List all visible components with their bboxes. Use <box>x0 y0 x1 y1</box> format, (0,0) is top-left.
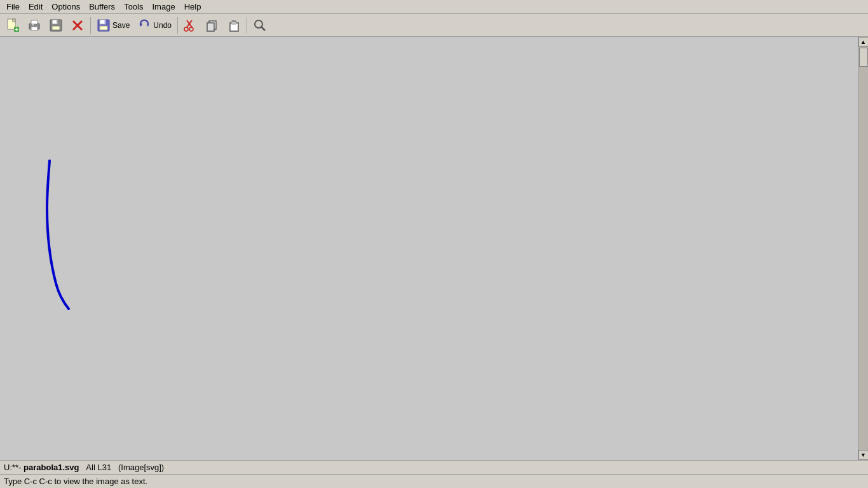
print-icon <box>27 18 41 32</box>
canvas-container <box>0 37 858 460</box>
paste-button[interactable] <box>224 16 244 35</box>
svg-rect-18 <box>104 20 105 24</box>
statusbar: U:**- parabola1.svg All L31 (Image[svg]) <box>0 460 868 474</box>
undo-icon <box>137 18 151 32</box>
canvas-svg <box>0 37 858 460</box>
svg-rect-7 <box>31 27 37 30</box>
close-icon <box>71 18 85 32</box>
save-button[interactable]: Save <box>93 16 133 35</box>
new-button[interactable]: + <box>3 16 23 35</box>
menubar: File Edit Options Buffers Tools Image He… <box>0 0 868 14</box>
svg-text:+: + <box>15 26 18 32</box>
svg-line-30 <box>261 27 265 30</box>
cut-icon <box>184 18 198 32</box>
copy-icon <box>205 18 219 32</box>
separator-2 <box>177 17 178 34</box>
close-button[interactable] <box>67 16 88 35</box>
svg-rect-28 <box>232 20 236 22</box>
print-button[interactable] <box>24 16 44 35</box>
menu-buffers[interactable]: Buffers <box>85 1 119 13</box>
scroll-down-button[interactable]: ▼ <box>858 450 869 460</box>
new-icon: + <box>6 18 20 32</box>
save-icon <box>97 18 111 32</box>
menu-edit[interactable]: Edit <box>25 1 46 13</box>
undo-button[interactable]: Undo <box>134 16 175 35</box>
svg-point-23 <box>189 27 193 31</box>
menu-file[interactable]: File <box>3 1 24 13</box>
drawn-stroke <box>47 161 69 309</box>
svg-rect-6 <box>31 20 37 24</box>
paste-icon <box>227 18 241 32</box>
status-filename: parabola1.svg <box>24 463 79 472</box>
svg-rect-17 <box>100 26 107 30</box>
svg-rect-11 <box>52 26 60 30</box>
status-mode-label: (Image[svg]) <box>118 463 164 472</box>
save-file-button[interactable] <box>46 16 66 35</box>
separator-1 <box>90 17 91 34</box>
svg-point-22 <box>184 27 188 31</box>
main-area: ▲ ▼ <box>0 37 868 460</box>
svg-rect-8 <box>32 24 34 25</box>
svg-rect-25 <box>207 23 214 31</box>
svg-rect-12 <box>57 20 58 24</box>
menu-help[interactable]: Help <box>180 1 205 13</box>
toolbar: + <box>0 14 868 37</box>
hintbar: Type C-c C-c to view the image as text. <box>0 474 868 488</box>
status-buffer-position: All L31 <box>86 463 111 472</box>
save-label: Save <box>112 21 130 30</box>
hint-text: Type C-c C-c to view the image as text. <box>4 477 147 486</box>
status-mode: U:**- <box>4 463 21 472</box>
undo-label: Undo <box>153 21 172 30</box>
separator-3 <box>247 17 247 34</box>
menu-tools[interactable]: Tools <box>120 1 147 13</box>
cut-button[interactable] <box>180 16 201 35</box>
scroll-thumb[interactable] <box>859 48 868 67</box>
scroll-up-button[interactable]: ▲ <box>858 37 869 47</box>
menu-options[interactable]: Options <box>48 1 84 13</box>
scroll-track[interactable] <box>858 47 869 450</box>
save-file-icon <box>49 18 63 32</box>
scrollbar: ▲ ▼ <box>858 37 868 460</box>
search-button[interactable] <box>250 16 270 35</box>
menu-image[interactable]: Image <box>148 1 179 13</box>
search-icon <box>253 18 267 32</box>
svg-marker-2 <box>13 19 15 22</box>
copy-button[interactable] <box>202 16 222 35</box>
